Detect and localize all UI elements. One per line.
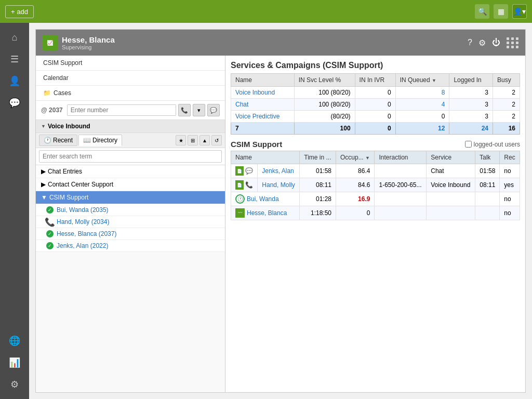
svc-logged: 3 [449,111,493,123]
col-name: Name [231,74,295,87]
agent-item-jenks[interactable]: ✓ Jenks, Alan (2022) [36,240,225,252]
col-ivr: IN In IVR [355,74,395,87]
dir-group-chat[interactable]: ▶ Chat Entries [36,165,225,178]
nav-list-icon[interactable]: ☰ [5,50,24,69]
number-input[interactable] [67,104,176,116]
group-label: Contact Center Support [48,181,113,188]
svc-busy: 2 [493,87,520,99]
voice-inbound-header[interactable]: ▼ Voice Inbound [36,120,225,133]
total-logged: 24 [449,123,493,135]
refresh-icon[interactable]: ↺ [211,135,222,145]
svc-busy: 2 [493,99,520,111]
col-service: Service [427,151,475,164]
table-row: Voice Predictive (80/20) 0 0 3 2 [231,111,520,123]
phone-icon: 📞 [245,181,253,189]
csim-section: CSIM Support logged-out users Name Time … [231,140,520,220]
dial-dropdown-btn[interactable]: ▾ [193,104,205,116]
folder-icon: 📁 [43,89,51,97]
nav-cases[interactable]: 📁 Cases [36,86,225,101]
status-indicator-jenks: ✓ [46,242,54,249]
col-name: Name [231,151,300,164]
svc-busy: 2 [493,111,520,123]
interaction-jenks [375,164,427,178]
help-button[interactable]: ? [468,38,472,47]
svc-level: 100 (80/20) [294,87,355,99]
book-icon: 📖 [83,137,91,144]
agent-item-hesse[interactable]: ✓ Hesse, Blanca (2037) [36,228,225,240]
svc-queued: 0 [395,111,449,123]
dots-grid [507,37,519,48]
agent-avatar: 📈 [42,35,58,50]
search-icon[interactable]: 🔍 [475,4,489,19]
svc-name: Voice Inbound [231,87,295,99]
expand-icon: ▼ [41,194,47,201]
col-busy: Busy [493,74,520,87]
agent-icon-cell: 📄 💬 [231,164,258,178]
rec-bui: no [500,192,520,206]
logged-out-checkbox[interactable] [465,141,472,148]
agent-item-hand[interactable]: 📞 Hand, Molly (2034) [36,216,225,228]
status-wave-icon: 〰 [235,208,245,218]
agent-name-hand: Hand, Molly (2034) [57,218,109,225]
agent-table: Name Time in ... Occup... ▼ Interaction … [231,151,520,220]
nav-csim-support[interactable]: CSIM Support [36,56,225,71]
agent-name-jenks: Jenks, Alan (2022) [57,242,108,249]
svc-logged: 3 [449,99,493,111]
col-occup: Occup... ▼ [336,151,375,164]
search-row [36,148,225,165]
time-bui: 01:28 [300,192,336,206]
table-row: 📄 📞 Hand, Molly 08:11 84.6 1-650-200-65.… [231,178,520,192]
svc-name: Chat [231,99,295,111]
rec-hesse: no [500,206,520,220]
search-input[interactable] [39,150,222,163]
agent-header: 📈 Hesse, Blanca Supervising ? ⚙ ⏻ [36,30,525,56]
talk-hesse [475,206,499,220]
nav-home-icon[interactable]: ⌂ [5,28,24,47]
agent-panel: 📈 Hesse, Blanca Supervising ? ⚙ ⏻ [35,29,526,393]
nav-chart-icon[interactable]: 📊 [5,353,24,372]
col-interaction: Interaction [375,151,427,164]
csim-header: CSIM Support logged-out users [231,140,520,149]
talk-bui [475,192,499,206]
agent-name: Hesse, Blanca [62,35,115,44]
nav-globe-icon[interactable]: 🌐 [5,331,24,350]
col-svc: IN Svc Level % [294,74,355,87]
services-table: Name IN Svc Level % IN In IVR IN Queued … [231,73,520,135]
topbar: + add 🔍 ▦ 👤▾ [0,0,532,23]
nav-chat-icon[interactable]: 💬 [5,94,24,112]
table-row: Chat 100 (80/20) 0 4 3 2 [231,99,520,111]
add-button[interactable]: + add [5,5,34,18]
total-svc: 100 [294,123,355,135]
left-nav: ⌂ ☰ 👤 💬 🌐 📊 ⚙ [0,23,29,399]
user-avatar-icon[interactable]: 👤▾ [512,4,527,19]
recent-label: Recent [53,137,73,144]
agent-icon-cell: 📄 📞 [231,178,258,192]
dir-group-contact[interactable]: ▶ Contact Center Support [36,178,225,191]
star-icon[interactable]: ★ [176,135,186,145]
total-queued: 12 [395,123,449,135]
nav-settings-icon[interactable]: ⚙ [5,375,24,394]
svc-ivr: 0 [355,99,395,111]
occup-bui: 16.9 [336,192,375,206]
tab-directory[interactable]: 📖 Directory [78,135,122,146]
settings-button[interactable]: ⚙ [478,38,486,48]
tab-recent[interactable]: 🕐 Recent [39,135,77,146]
grid-icon[interactable]: ▦ [494,4,508,19]
cases-label: Cases [54,89,71,97]
table-row: Voice Inbound 100 (80/20) 0 8 3 2 [231,87,520,99]
nav-calendar[interactable]: Calendar [36,71,225,86]
expand-icon: ▶ [41,181,46,188]
power-button[interactable]: ⏻ [492,38,500,47]
services-totals-row: 7 100 0 12 24 16 [231,123,520,135]
agent-item-bui[interactable]: ✓ Bui, Wanda (2035) [36,204,225,216]
rec-hand: yes [500,178,520,192]
dir-group-csim[interactable]: ▼ CSIM Support [36,191,225,204]
grid-view-icon[interactable]: ⊞ [188,135,198,145]
group-label: CSIM Support [49,194,88,201]
dial-phone-btn[interactable]: 📞 [178,104,191,116]
tabs-row: 🕐 Recent 📖 Directory ★ ⊞ ▲ ↺ [36,133,225,148]
upload-icon[interactable]: ▲ [200,135,210,145]
dial-chat-btn[interactable]: 💬 [207,104,220,116]
nav-users-icon[interactable]: 👤 [5,72,24,90]
svc-level: (80/20) [294,111,355,123]
